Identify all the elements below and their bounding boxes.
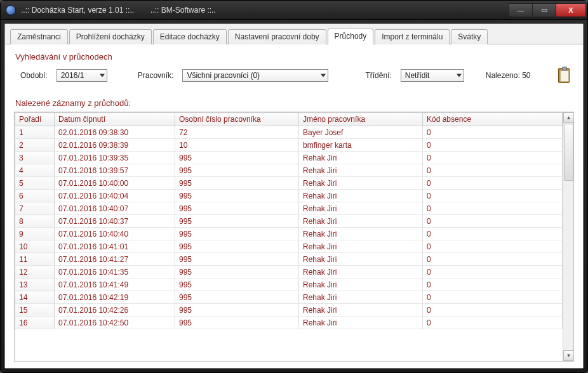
- cell-emp-no: 995: [175, 215, 299, 228]
- period-combo[interactable]: 2016/1: [57, 69, 107, 82]
- col-order[interactable]: Pořadí: [15, 113, 55, 126]
- minimize-button[interactable]: —: [509, 3, 533, 17]
- period-value: 2016/1: [61, 71, 84, 80]
- cell-datetime: 07.01.2016 10:39:35: [55, 152, 175, 164]
- table-row[interactable]: 1007.01.2016 10:41:01995Rehak Jiri0: [15, 240, 563, 253]
- cell-datetime: 07.01.2016 10:40:00: [55, 177, 175, 190]
- worker-value: Všichni pracovníci (0): [187, 71, 260, 80]
- tab-prohl-en-doch-zky[interactable]: Prohlížení docházky: [69, 29, 152, 44]
- cell-abs-code: 0: [423, 126, 563, 139]
- table-row[interactable]: 1307.01.2016 10:41:49995Rehak Jiri0: [15, 278, 563, 291]
- cell-datetime: 07.01.2016 10:39:57: [55, 164, 175, 177]
- cell-order: 10: [15, 240, 55, 253]
- table-row[interactable]: 1607.01.2016 10:42:50995Rehak Jiri0: [15, 317, 563, 329]
- cell-emp-name: Rehak Jiri: [299, 228, 423, 240]
- cell-emp-name: Rehak Jiri: [299, 253, 423, 266]
- window-buttons: — ▭ X: [509, 3, 586, 17]
- tab-strip: ZaměstnanciProhlížení docházkyEditace do…: [5, 24, 583, 44]
- scroll-down-button[interactable]: ▼: [563, 350, 574, 361]
- cell-abs-code: 0: [423, 278, 563, 291]
- cell-datetime: 07.01.2016 10:41:27: [55, 253, 175, 266]
- vertical-scrollbar[interactable]: ▲ ▼: [563, 112, 573, 361]
- cell-emp-name: Rehak Jiri: [299, 215, 423, 228]
- cell-order: 4: [15, 164, 55, 177]
- close-button[interactable]: X: [556, 3, 586, 17]
- cell-abs-code: 0: [423, 164, 563, 177]
- cell-emp-no: 72: [175, 126, 299, 139]
- cell-order: 9: [15, 228, 55, 240]
- sort-combo[interactable]: Netřídit: [401, 69, 464, 82]
- app-icon: [6, 5, 16, 15]
- titlebar[interactable]: ..:: Docházka Start, verze 1.01 ::.. ..:…: [1, 1, 587, 20]
- col-abs-code[interactable]: Kód absence: [423, 113, 563, 126]
- tab-editace-doch-zky[interactable]: Editace docházky: [153, 29, 227, 44]
- cell-emp-no: 995: [175, 253, 299, 266]
- clipboard-icon[interactable]: [556, 67, 571, 84]
- table-row[interactable]: 1407.01.2016 10:42:19995Rehak Jiri0: [15, 291, 563, 304]
- table-row[interactable]: 707.01.2016 10:40:07995Rehak Jiri0: [15, 202, 563, 215]
- cell-order: 13: [15, 278, 55, 291]
- cell-order: 14: [15, 291, 55, 304]
- table-row[interactable]: 607.01.2016 10:40:04995Rehak Jiri0: [15, 190, 563, 202]
- cell-abs-code: 0: [423, 253, 563, 266]
- cell-datetime: 07.01.2016 10:40:40: [55, 228, 175, 240]
- cell-datetime: 07.01.2016 10:42:26: [55, 304, 175, 317]
- cell-emp-no: 10: [175, 139, 299, 152]
- cell-emp-no: 995: [175, 164, 299, 177]
- cell-order: 11: [15, 253, 55, 266]
- search-title: Vyhledávání v průchodech: [15, 52, 574, 62]
- cell-datetime: 07.01.2016 10:41:35: [55, 266, 175, 278]
- cell-emp-no: 995: [175, 240, 299, 253]
- cell-abs-code: 0: [423, 228, 563, 240]
- cell-abs-code: 0: [423, 240, 563, 253]
- col-datetime[interactable]: Datum čipnutí: [55, 113, 175, 126]
- cell-order: 16: [15, 317, 55, 329]
- cell-order: 12: [15, 266, 55, 278]
- chevron-down-icon: [100, 74, 105, 77]
- cell-emp-name: bmfinger karta: [299, 139, 423, 152]
- chevron-down-icon: [457, 74, 462, 77]
- tab-pr-chody[interactable]: Průchody: [328, 29, 374, 44]
- cell-emp-name: Rehak Jiri: [299, 304, 423, 317]
- cell-emp-name: Rehak Jiri: [299, 266, 423, 278]
- cell-abs-code: 0: [423, 177, 563, 190]
- table-row[interactable]: 307.01.2016 10:39:35995Rehak Jiri0: [15, 152, 563, 164]
- scroll-up-button[interactable]: ▲: [563, 112, 574, 123]
- cell-datetime: 07.01.2016 10:40:37: [55, 215, 175, 228]
- table-row[interactable]: 1107.01.2016 10:41:27995Rehak Jiri0: [15, 253, 563, 266]
- cell-emp-name: Rehak Jiri: [299, 164, 423, 177]
- tab-import-z-termin-lu[interactable]: Import z terminálu: [375, 29, 450, 44]
- col-emp-no[interactable]: Osobní číslo pracovníka: [175, 113, 299, 126]
- cell-emp-name: Rehak Jiri: [299, 152, 423, 164]
- period-label: Období:: [20, 71, 48, 80]
- table-row[interactable]: 202.01.2016 09:38:3910bmfinger karta0: [15, 139, 563, 152]
- table-row[interactable]: 907.01.2016 10:40:40995Rehak Jiri0: [15, 228, 563, 240]
- table-row[interactable]: 807.01.2016 10:40:37995Rehak Jiri0: [15, 215, 563, 228]
- cell-emp-no: 995: [175, 152, 299, 164]
- cell-order: 8: [15, 215, 55, 228]
- cell-emp-name: Rehak Jiri: [299, 190, 423, 202]
- maximize-button[interactable]: ▭: [532, 3, 556, 17]
- grid-scroll[interactable]: Pořadí Datum čipnutí Osobní číslo pracov…: [15, 112, 563, 361]
- worker-combo[interactable]: Všichni pracovníci (0): [182, 69, 328, 82]
- cell-abs-code: 0: [423, 215, 563, 228]
- cell-emp-no: 995: [175, 291, 299, 304]
- cell-datetime: 07.01.2016 10:40:07: [55, 202, 175, 215]
- table-row[interactable]: 1507.01.2016 10:42:26995Rehak Jiri0: [15, 304, 563, 317]
- col-emp-name[interactable]: Jméno pracovníka: [299, 113, 423, 126]
- cell-emp-no: 995: [175, 190, 299, 202]
- cell-abs-code: 0: [423, 202, 563, 215]
- records-title: Nalezené záznamy z průchodů:: [15, 98, 574, 108]
- tab-zam-stnanci[interactable]: Zaměstnanci: [10, 29, 68, 44]
- cell-datetime: 07.01.2016 10:42:50: [55, 317, 175, 329]
- table-row[interactable]: 507.01.2016 10:40:00995Rehak Jiri0: [15, 177, 563, 190]
- sort-label: Třídění:: [365, 71, 391, 80]
- cell-emp-no: 995: [175, 266, 299, 278]
- tab-sv-tky[interactable]: Svátky: [451, 29, 488, 44]
- tab-nastaven-pracovn-doby[interactable]: Nastavení pracovní doby: [228, 29, 326, 44]
- scroll-thumb[interactable]: [564, 124, 573, 181]
- table-row[interactable]: 407.01.2016 10:39:57995Rehak Jiri0: [15, 164, 563, 177]
- table-row[interactable]: 1207.01.2016 10:41:35995Rehak Jiri0: [15, 266, 563, 278]
- cell-order: 2: [15, 139, 55, 152]
- table-row[interactable]: 102.01.2016 09:38:3072Bayer Josef0: [15, 126, 563, 139]
